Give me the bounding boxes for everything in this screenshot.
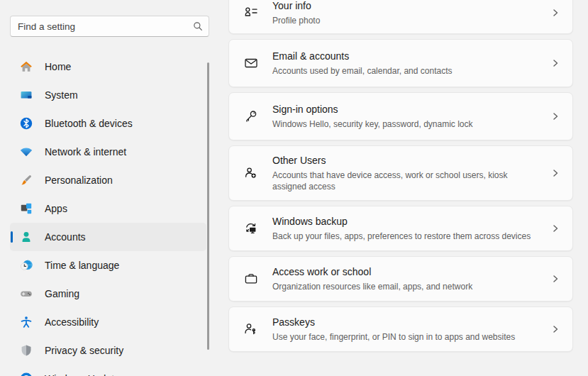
sidebar-item-label: Time & language [45,260,119,271]
card-subtitle: Profile photo [272,15,543,26]
chevron-right-icon [551,59,560,67]
sidebar-item-label: Windows Update [45,373,120,376]
privacy-security-icon [19,343,33,358]
accounts-settings-list: Your info Profile photo Email & accounts… [228,0,573,352]
chevron-right-icon [551,224,560,233]
card-subtitle: Use your face, fingerprint, or PIN to si… [272,331,543,343]
card-text: Sign-in options Windows Hello, security … [272,103,543,130]
card-your-info[interactable]: Your info Profile photo [228,0,573,34]
sidebar-item-label: Privacy & security [45,345,123,356]
sidebar-item-label: Network & internet [45,146,126,157]
card-title: Email & accounts [272,50,543,63]
card-title: Sign-in options [272,103,543,116]
card-subtitle: Windows Hello, security key, password, d… [272,118,543,130]
access-work-school-icon [243,271,259,287]
card-text: Email & accounts Accounts used by email,… [272,50,543,77]
your-info-icon [243,5,259,21]
sidebar-item-personalization[interactable]: Personalization [10,166,206,194]
sidebar-nav: Home System Bluetooth & devices [10,52,206,376]
card-text: Your info Profile photo [272,0,543,26]
card-text: Other Users Accounts that have device ac… [272,154,543,192]
other-users-icon [243,165,259,181]
card-title: Your info [272,0,543,13]
card-access-work-school[interactable]: Access work or school Organization resou… [228,256,573,302]
card-subtitle: Accounts used by email, calendar, and co… [272,65,543,77]
apps-icon [19,201,33,216]
card-subtitle: Organization resources like email, apps,… [272,281,543,292]
card-other-users[interactable]: Other Users Accounts that have device ac… [228,145,573,201]
settings-window: Home System Bluetooth & devices [0,0,588,376]
sidebar-item-accessibility[interactable]: Accessibility [10,308,206,336]
sidebar-item-windows-update[interactable]: Windows Update [10,365,206,376]
card-email-accounts[interactable]: Email & accounts Accounts used by email,… [228,39,573,87]
sidebar-item-label: Personalization [45,175,113,186]
bluetooth-icon [19,116,33,131]
sidebar-item-label: Accessibility [45,316,99,328]
sidebar-item-bluetooth-devices[interactable]: Bluetooth & devices [10,109,206,138]
card-subtitle: Back up your files, apps, preferences to… [272,231,543,242]
personalization-icon [19,173,33,187]
chevron-right-icon [551,169,560,177]
sidebar-item-gaming[interactable]: Gaming [10,280,206,308]
chevron-right-icon [551,275,560,283]
card-text: Passkeys Use your face, fingerprint, or … [272,316,543,343]
sidebar-item-privacy-security[interactable]: Privacy & security [10,336,206,365]
windows-update-icon [19,372,33,376]
sidebar: Home System Bluetooth & devices [0,0,220,376]
chevron-right-icon [551,325,560,333]
card-text: Access work or school Organization resou… [272,265,543,292]
sidebar-scrollbar[interactable] [207,62,209,350]
accessibility-icon [19,315,33,329]
email-accounts-icon [243,55,259,71]
home-icon [19,60,33,74]
sidebar-item-label: System [45,89,78,101]
card-title: Access work or school [272,265,543,279]
card-title: Other Users [272,154,543,167]
sidebar-item-label: Accounts [45,231,86,243]
network-icon [19,145,33,159]
card-title: Passkeys [272,316,543,329]
search-input[interactable] [10,16,209,37]
sidebar-item-label: Home [45,61,71,72]
card-subtitle: Accounts that have device access, work o… [272,170,522,192]
accounts-icon [19,230,33,244]
system-icon [19,88,33,102]
passkeys-icon [243,321,259,337]
sidebar-item-accounts[interactable]: Accounts [10,223,206,251]
sidebar-item-home[interactable]: Home [10,52,206,81]
windows-backup-icon [243,221,259,236]
gaming-icon [19,287,33,301]
sidebar-item-label: Bluetooth & devices [45,118,133,129]
search-box [10,16,209,37]
sidebar-item-system[interactable]: System [10,81,206,109]
card-text: Windows backup Back up your files, apps,… [272,215,543,242]
chevron-right-icon [551,112,560,121]
sidebar-item-time-language[interactable]: Time & language [10,251,206,280]
card-windows-backup[interactable]: Windows backup Back up your files, apps,… [228,206,573,251]
sidebar-item-network-internet[interactable]: Network & internet [10,138,206,166]
chevron-right-icon [551,9,560,17]
card-passkeys[interactable]: Passkeys Use your face, fingerprint, or … [228,306,573,352]
sidebar-item-apps[interactable]: Apps [10,194,206,223]
card-sign-in-options[interactable]: Sign-in options Windows Hello, security … [228,92,573,140]
sidebar-item-label: Gaming [45,288,79,299]
sign-in-options-icon [243,109,259,124]
sidebar-item-label: Apps [45,203,67,214]
time-language-icon [19,258,33,272]
card-title: Windows backup [272,215,543,228]
